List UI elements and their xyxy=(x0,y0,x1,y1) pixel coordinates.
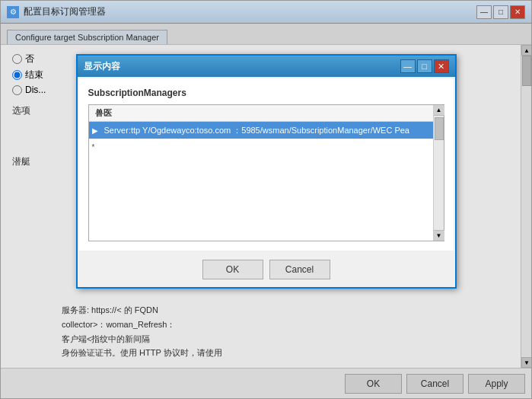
minimize-button[interactable]: — xyxy=(476,5,492,19)
modal-titlebar-buttons: — □ ✕ xyxy=(400,59,449,73)
modal-footer: OK Cancel xyxy=(78,252,455,287)
main-window: ⚙ 配置目标订阅管理器 — □ ✕ Configure target Subsc… xyxy=(0,0,532,399)
table-row-selected[interactable]: ▶ Server:ttp Y/Ogdewayco:toso.com ：5985/… xyxy=(89,122,433,139)
main-title: 配置目标订阅管理器 xyxy=(24,5,106,18)
subscription-table-container: 兽医 ▶ Server:ttp Y/Ogdewayco:toso.com ：59… xyxy=(88,104,444,241)
titlebar-left: ⚙ 配置目标订阅管理器 xyxy=(7,5,106,18)
modal-dialog: 显示内容 — □ ✕ SubscriptionManagers xyxy=(76,54,457,289)
table-scroll-down[interactable]: ▼ xyxy=(434,230,444,241)
modal-titlebar: 显示内容 — □ ✕ xyxy=(78,56,455,77)
modal-title: 显示内容 xyxy=(84,60,120,73)
modal-maximize-button[interactable]: □ xyxy=(417,59,432,73)
table-header: 兽医 xyxy=(89,105,433,122)
header-cell: 兽医 xyxy=(95,108,112,117)
modal-minimize-button[interactable]: — xyxy=(400,59,416,73)
row-arrow-icon: ▶ xyxy=(89,126,101,135)
modal-overlay: 显示内容 — □ ✕ SubscriptionManagers xyxy=(1,24,531,398)
empty-row-marker: * xyxy=(89,143,98,152)
close-button[interactable]: ✕ xyxy=(510,5,525,19)
table-main: 兽医 ▶ Server:ttp Y/Ogdewayco:toso.com ：59… xyxy=(89,105,433,241)
modal-close-button[interactable]: ✕ xyxy=(434,59,449,73)
subscription-title: SubscriptionManagers xyxy=(88,88,444,98)
maximize-button[interactable]: □ xyxy=(493,5,508,19)
modal-cancel-button[interactable]: Cancel xyxy=(269,260,330,279)
table-cell-value: Server:ttp Y/Ogdewayco:toso.com ：5985/ws… xyxy=(101,125,413,136)
table-row-empty[interactable]: * xyxy=(89,139,433,155)
table-scroll-up[interactable]: ▲ xyxy=(434,105,444,116)
modal-body: SubscriptionManagers 兽医 ▶ Server:ttp Y/O… xyxy=(79,78,454,251)
table-scrollbar[interactable]: ▲ ▼ xyxy=(433,105,444,241)
main-titlebar: ⚙ 配置目标订阅管理器 — □ ✕ xyxy=(1,1,531,24)
titlebar-buttons: — □ ✕ xyxy=(476,5,525,19)
modal-ok-button[interactable]: OK xyxy=(202,260,263,279)
app-icon: ⚙ xyxy=(7,6,19,18)
table-scroll-thumb[interactable] xyxy=(435,117,444,140)
